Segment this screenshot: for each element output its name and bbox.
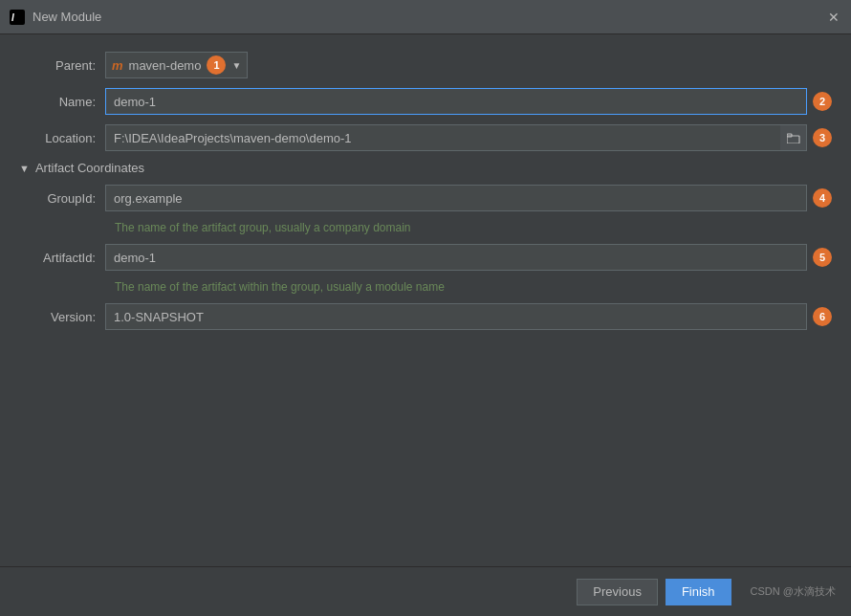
groupid-input[interactable] — [105, 185, 807, 211]
dialog-title: New Module — [33, 10, 826, 24]
version-input[interactable] — [105, 303, 807, 330]
artifact-section-header[interactable]: ▼ Artifact Coordinates — [19, 161, 832, 175]
name-row: Name: 2 — [19, 88, 832, 115]
location-label: Location: — [19, 131, 105, 145]
name-label: Name: — [19, 95, 105, 109]
title-bar: I New Module ✕ — [0, 0, 851, 34]
parent-badge: 1 — [207, 55, 226, 75]
artifactid-row: ArtifactId: 5 — [19, 244, 832, 271]
groupid-hint-row: The name of the artifact group, usually … — [19, 221, 832, 234]
watermark: CSDN @水滴技术 — [751, 584, 836, 599]
chevron-down-icon: ▼ — [231, 60, 241, 71]
previous-button[interactable]: Previous — [577, 579, 658, 605]
location-field-wrapper — [105, 124, 807, 151]
artifactid-hint-row: The name of the artifact within the grou… — [19, 280, 832, 294]
version-row: Version: 6 — [19, 303, 832, 330]
parent-value: maven-demo — [129, 58, 202, 73]
artifactid-badge: 5 — [813, 248, 832, 267]
artifactid-label: ArtifactId: — [19, 251, 105, 265]
parent-dropdown[interactable]: m maven-demo 1 ▼ — [105, 52, 248, 78]
groupid-row: GroupId: 4 — [19, 185, 832, 211]
groupid-badge: 4 — [813, 188, 832, 208]
version-badge: 6 — [813, 307, 832, 326]
version-label: Version: — [19, 310, 105, 324]
browse-button[interactable] — [780, 124, 807, 151]
artifactid-hint: The name of the artifact within the grou… — [105, 280, 445, 294]
groupid-hint: The name of the artifact group, usually … — [105, 221, 411, 234]
dialog-footer: Previous Finish CSDN @水滴技术 — [0, 566, 851, 616]
section-title: Artifact Coordinates — [35, 161, 144, 175]
location-row: Location: 3 — [19, 124, 832, 151]
section-expand-icon: ▼ — [19, 163, 30, 174]
intellij-icon: I — [10, 10, 25, 25]
artifactid-input[interactable] — [105, 244, 807, 271]
svg-text:I: I — [11, 12, 14, 23]
close-button[interactable]: ✕ — [826, 10, 841, 25]
name-badge: 2 — [813, 92, 832, 111]
location-badge: 3 — [813, 128, 832, 147]
dialog-wrapper: I New Module ✕ Parent: m maven-demo 1 ▼ … — [0, 0, 851, 616]
location-input[interactable] — [105, 124, 780, 151]
groupid-label: GroupId: — [19, 191, 105, 206]
dialog-body: Parent: m maven-demo 1 ▼ Name: 2 Locatio… — [0, 34, 851, 566]
parent-row: Parent: m maven-demo 1 ▼ — [19, 52, 832, 78]
name-input[interactable] — [105, 88, 807, 115]
parent-label: Parent: — [19, 58, 105, 73]
maven-icon: m — [112, 58, 123, 73]
finish-button[interactable]: Finish — [666, 579, 731, 605]
